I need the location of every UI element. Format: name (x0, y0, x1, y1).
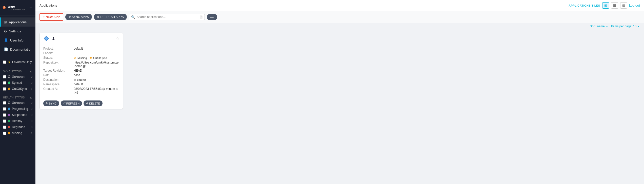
filter-sync-unknown[interactable]: Unknown 0 (0, 74, 35, 80)
delete-button[interactable]: ⊗ DELETE (84, 100, 103, 106)
page-title: Applications (39, 4, 57, 7)
sync-unknown-checkbox[interactable] (3, 75, 6, 78)
sync-outofsync-count: 1 (31, 87, 32, 90)
app-target-revision-row: Target Revision: HEAD (43, 69, 119, 72)
health-healthy-checkbox[interactable] (3, 119, 6, 123)
main-content: Applications APPLICATIONS TILES ⊞ ☰ ⊟ Lo… (35, 0, 644, 184)
project-value: default (74, 47, 119, 50)
view-list-button[interactable]: ☰ (611, 2, 618, 9)
healthy-dot (8, 120, 10, 122)
health-status-section-title: HEALTH STATUS ▲ (0, 94, 35, 100)
filter-health-missing[interactable]: Missing 1 (0, 130, 35, 136)
destination-value: in-cluster (74, 78, 119, 81)
app-path-row: Path: base (43, 73, 119, 77)
unknown-sync-dot (8, 75, 10, 78)
health-healthy-count: 0 (31, 119, 32, 122)
items-per-page-label: Items per page: 10 (611, 25, 636, 28)
sync-status-collapse[interactable]: ▲ (29, 70, 32, 73)
destination-label: Destination: (43, 78, 74, 81)
sync-synced-label: Synced (12, 81, 22, 85)
app-repository-row: Repository: https://gitee.com/gmkk/kusto… (43, 61, 119, 68)
sync-button-label: SYNC (49, 102, 57, 105)
sidebar-item-documentation[interactable]: 📄 Documentation (0, 45, 35, 54)
health-missing-count: 1 (31, 132, 32, 135)
svg-point-3 (4, 7, 5, 7)
app-version: v2.7.10+469f257... (8, 8, 27, 11)
app-status-row: Status: ⊘ Missing ↻ OutOfSync (43, 56, 119, 60)
health-healthy-label: Healthy (12, 119, 22, 123)
refresh-button[interactable]: ↺ REFRESH (61, 100, 82, 106)
health-missing-checkbox[interactable] (3, 132, 6, 135)
filter-health-healthy[interactable]: Healthy 0 (0, 118, 35, 124)
sync-status-label: SYNC STATUS (3, 70, 22, 73)
health-unknown-count: 0 (31, 101, 32, 104)
toolbar: + NEW APP ↻ SYNC APPS ↺ REFRESH APPS 🔍 /… (35, 11, 644, 23)
health-status-collapse[interactable]: ▲ (29, 96, 32, 99)
sidebar-item-applications[interactable]: ⊞ Applications (0, 17, 35, 27)
health-suspended-checkbox[interactable] (3, 113, 6, 117)
status-value: ⊘ Missing ↻ OutOfSync (74, 56, 119, 60)
sidebar-item-userinfo[interactable]: 👤 User Info (0, 36, 35, 45)
sync-synced-checkbox[interactable] (3, 81, 6, 85)
sync-status-filters: Unknown 0 Synced 0 OutOfSync 1 (0, 74, 35, 92)
namespace-value: default (74, 83, 119, 86)
health-status-label: HEALTH STATUS (3, 96, 25, 99)
app-name: t1 (51, 36, 54, 40)
degraded-dot (8, 126, 10, 128)
createdat-label: Created At: (43, 87, 74, 91)
favorites-filter[interactable]: ★ Favorites Only (0, 58, 35, 66)
app-favorite-star[interactable]: ☆ (116, 36, 119, 40)
filter-health-suspended[interactable]: Suspended 0 (0, 112, 35, 118)
sync-button[interactable]: ↻ SYNC (43, 100, 59, 106)
sync-outofsync-label: OutOfSync (12, 87, 27, 91)
filter-sync-outofsync[interactable]: OutOfSync 1 (0, 86, 35, 92)
sort-bar: Sort: name ▼ Items per page: 10 ▼ (35, 23, 644, 30)
favorites-checkbox[interactable] (3, 60, 6, 64)
sync-unknown-count: 0 (31, 75, 32, 78)
sync-status-badge: ⊘ Missing (74, 56, 87, 60)
target-revision-label: Target Revision: (43, 69, 74, 72)
logout-button[interactable]: Log out (629, 4, 640, 7)
search-bar: 🔍 / (129, 14, 205, 20)
sync-apps-button[interactable]: ↻ SYNC APPS (65, 14, 92, 20)
settings-icon: ⚙ (4, 29, 7, 33)
sync-action-icon: ↻ (46, 102, 48, 105)
health-degraded-checkbox[interactable] (3, 126, 6, 129)
view-tiles-button[interactable]: ⊞ (602, 2, 609, 9)
synced-dot (8, 81, 10, 84)
sidebar-item-userinfo-label: User Info (10, 38, 24, 42)
health-degraded-label: Degraded (12, 125, 25, 129)
sidebar-item-applications-label: Applications (9, 20, 27, 24)
search-input[interactable] (137, 15, 198, 19)
search-slash-icon: / (200, 15, 203, 19)
back-button[interactable]: ← (29, 5, 33, 10)
search-icon: 🔍 (131, 15, 135, 19)
health-degraded-count: 0 (31, 126, 32, 129)
divider-2 (0, 67, 35, 67)
missing-dot (8, 132, 10, 134)
filter-toggle-button[interactable]: — (207, 14, 217, 20)
filter-health-unknown[interactable]: Unknown 0 (0, 100, 35, 106)
suspended-dot (8, 114, 10, 116)
svg-point-2 (4, 7, 4, 7)
repository-label: Repository: (43, 61, 74, 64)
filter-health-progressing[interactable]: Progressing 0 (0, 106, 35, 112)
view-compact-button[interactable]: ⊟ (620, 2, 627, 9)
delete-action-icon: ⊗ (86, 102, 88, 105)
filter-health-degraded[interactable]: Degraded 0 (0, 124, 35, 130)
sidebar-item-settings[interactable]: ⚙ Settings (0, 27, 35, 36)
filter-sync-synced[interactable]: Synced 0 (0, 80, 35, 86)
unknown-health-dot (8, 101, 10, 104)
refresh-apps-button[interactable]: ↺ REFRESH APPS (94, 14, 127, 20)
app-type-icon (43, 35, 49, 42)
status-label: Status: (43, 56, 74, 59)
app-card-header: t1 ☆ (40, 33, 123, 44)
namespace-label: Namespace: (43, 83, 74, 86)
health-unknown-checkbox[interactable] (3, 101, 6, 105)
sort-label: Sort: name (590, 25, 605, 28)
items-per-page-chevron: ▼ (637, 25, 640, 28)
health-progressing-checkbox[interactable] (3, 107, 6, 111)
sort-bar-separator (609, 25, 610, 28)
sync-outofsync-checkbox[interactable] (3, 87, 6, 91)
new-app-button[interactable]: + NEW APP (39, 13, 63, 21)
